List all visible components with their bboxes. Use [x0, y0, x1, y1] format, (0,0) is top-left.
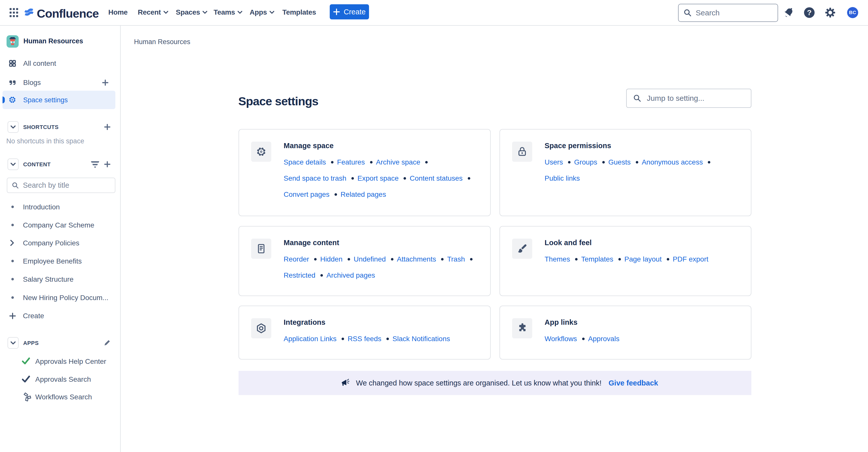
- svg-text:?: ?: [807, 8, 812, 17]
